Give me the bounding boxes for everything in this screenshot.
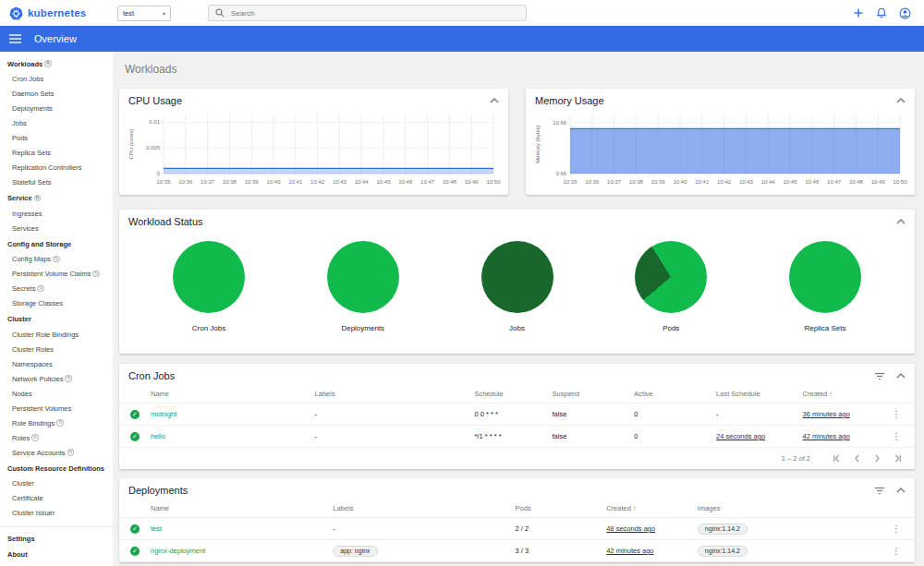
user-account-icon[interactable] — [899, 7, 911, 19]
sidebar-item-cluster-role-bindings[interactable]: Cluster Role Bindings — [0, 327, 113, 342]
namespaced-badge: N — [56, 419, 64, 427]
resource-name-link[interactable]: hello — [151, 432, 165, 440]
sidebar-item-ingresses[interactable]: Ingresses — [0, 206, 113, 221]
cron-jobs-table: NameLabelsScheduleSuspendActiveLast Sche… — [119, 384, 915, 448]
search-bar[interactable] — [208, 5, 527, 21]
relative-time-link[interactable]: 42 minutes ago — [606, 547, 653, 555]
sidebar-item-about[interactable]: About — [0, 547, 113, 563]
column-label: Active — [634, 390, 652, 398]
row-actions-menu-icon[interactable]: ⋮ — [889, 524, 904, 534]
sidebar-item-daemon-sets[interactable]: Daemon Sets — [0, 87, 113, 102]
relative-time-link[interactable]: 36 minutes ago — [803, 410, 850, 418]
row-actions-menu-icon[interactable]: ⋮ — [889, 409, 904, 419]
column-header-pods[interactable]: Pods — [516, 504, 607, 512]
sidebar-item-secrets[interactable]: SecretsN — [0, 282, 113, 296]
sidebar-item-replica-sets[interactable]: Replica Sets — [0, 146, 113, 161]
column-header-labels[interactable]: Labels — [333, 504, 515, 512]
previous-page-icon[interactable] — [853, 454, 861, 463]
relative-time-link[interactable]: 42 minutes ago — [803, 432, 850, 440]
sidebar-item-label: Namespaces — [12, 360, 53, 368]
sidebar-item-cluster[interactable]: Cluster — [0, 476, 113, 491]
sidebar-group-custom-resource-definitions[interactable]: Custom Resource Definitions — [0, 460, 113, 476]
x-tick-label: 10:35 — [563, 179, 578, 185]
sidebar-item-network-policies[interactable]: Network PoliciesN — [0, 371, 113, 386]
filter-icon[interactable] — [874, 372, 885, 380]
collapse-chevron-icon[interactable] — [896, 97, 906, 104]
column-header-suspend[interactable]: Suspend — [553, 390, 635, 398]
resource-name-link[interactable]: nginx-deployment — [151, 547, 205, 555]
sidebar-group-service[interactable]: ServiceN — [0, 190, 113, 207]
column-header-name[interactable]: Name — [151, 504, 333, 512]
menu-hamburger-icon[interactable] — [9, 34, 21, 43]
relative-time-link[interactable]: 48 seconds ago — [606, 524, 655, 533]
column-header-created[interactable]: Created↑ — [803, 390, 889, 398]
sidebar-item-storage-classes[interactable]: Storage Classes — [0, 296, 113, 311]
cell-text: 0 0 * * * — [474, 410, 497, 418]
search-input[interactable] — [231, 9, 519, 18]
sidebar-item-certificate[interactable]: Certificate — [0, 491, 113, 506]
sidebar-item-persistent-volume-claims[interactable]: Persistent Volume ClaimsN — [0, 267, 113, 282]
x-tick-label: 10:43 — [333, 179, 347, 185]
sidebar-item-nodes[interactable]: Nodes — [0, 386, 113, 401]
sidebar-item-persistent-volumes[interactable]: Persistent Volumes — [0, 401, 113, 415]
sidebar-item-services[interactable]: Services — [0, 221, 113, 235]
sidebar-item-jobs[interactable]: Jobs — [0, 116, 113, 131]
sidebar-item-roles[interactable]: RolesN — [0, 430, 113, 445]
sidebar-group-workloads[interactable]: WorkloadsN — [0, 55, 113, 72]
row-actions-menu-icon[interactable]: ⋮ — [889, 431, 904, 441]
label-chip[interactable]: nginx:1.14.2 — [698, 524, 748, 535]
sidebar-item-settings[interactable]: Settings — [0, 530, 113, 547]
column-header-last-schedule[interactable]: Last Schedule — [716, 390, 802, 398]
sidebar-group-cluster[interactable]: Cluster — [0, 311, 113, 328]
label-chip[interactable]: app: nginx — [333, 546, 377, 557]
sidebar-item-deployments[interactable]: Deployments — [0, 102, 113, 116]
relative-time-link[interactable]: 24 seconds ago — [716, 432, 765, 440]
last-page-icon[interactable] — [894, 454, 902, 463]
sidebar-item-namespaces[interactable]: Namespaces — [0, 356, 113, 371]
create-resource-plus-icon[interactable] — [853, 7, 864, 18]
sidebar-item-pods[interactable]: Pods — [0, 131, 113, 146]
sidebar-item-cluster-issuer[interactable]: Cluster Issuer — [0, 506, 113, 521]
sidebar-item-config-maps[interactable]: Config MapsN — [0, 252, 113, 267]
namespaced-badge: N — [53, 256, 60, 263]
resource-name-link[interactable]: midnight — [151, 410, 176, 418]
column-header-labels[interactable]: Labels — [315, 390, 475, 398]
x-tick-label: 10:48 — [443, 179, 457, 185]
namespaced-badge: N — [65, 375, 72, 382]
notifications-bell-icon[interactable] — [876, 7, 887, 18]
collapse-chevron-icon[interactable] — [490, 97, 499, 104]
sidebar-item-service-accounts[interactable]: Service AccountsN — [0, 445, 113, 460]
cron_jobs-cell-suspend: false — [553, 410, 635, 418]
collapse-chevron-icon[interactable] — [896, 487, 906, 494]
namespace-selector[interactable]: test ▾ — [117, 6, 171, 21]
sidebar-group-label: Custom Resource Definitions — [7, 464, 104, 473]
row-actions-menu-icon[interactable]: ⋮ — [889, 546, 904, 556]
sidebar-item-cluster-roles[interactable]: Cluster Roles — [0, 342, 113, 356]
sort-ascending-icon: ↑ — [633, 505, 637, 512]
sidebar-item-stateful-sets[interactable]: Stateful Sets — [0, 175, 113, 190]
sidebar-item-role-bindings[interactable]: Role BindingsN — [0, 415, 113, 430]
column-header-active[interactable]: Active — [634, 390, 716, 398]
first-page-icon[interactable] — [833, 454, 841, 463]
sidebar-item-label: Stateful Sets — [12, 178, 52, 187]
collapse-chevron-icon[interactable] — [896, 218, 906, 225]
sidebar-item-label: Pods — [12, 134, 28, 142]
sidebar-item-replication-controllers[interactable]: Replication Controllers — [0, 161, 113, 175]
kubernetes-logo[interactable]: kubernetes — [9, 6, 111, 20]
column-header-schedule[interactable]: Schedule — [474, 390, 552, 398]
next-page-icon[interactable] — [873, 454, 881, 463]
column-header-images[interactable]: Images — [698, 504, 889, 512]
sidebar-group-config-and-storage[interactable]: Config and Storage — [0, 235, 113, 252]
series-area — [570, 128, 900, 174]
sidebar-item-label: Certificate — [12, 494, 43, 502]
sidebar-item-label: Cluster Role Bindings — [12, 331, 79, 339]
filter-icon[interactable] — [874, 487, 885, 495]
sidebar-item-label: Secrets — [12, 284, 35, 293]
resource-name-link[interactable]: test — [151, 524, 162, 533]
label-chip[interactable]: nginx:1.14.2 — [698, 546, 748, 557]
sidebar-item-cron-jobs[interactable]: Cron Jobs — [0, 72, 113, 87]
collapse-chevron-icon[interactable] — [896, 372, 906, 379]
column-header-name[interactable]: Name — [151, 390, 315, 398]
column-header-created[interactable]: Created↑ — [606, 504, 698, 512]
cron_jobs-cell-created: 36 minutes ago — [803, 410, 889, 418]
